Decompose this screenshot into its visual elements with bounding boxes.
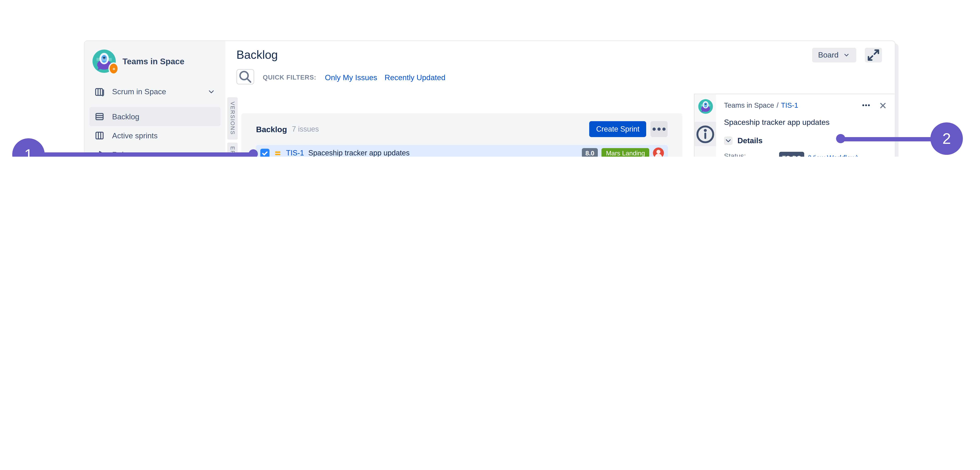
detail-more-button[interactable] [861,100,871,110]
sidebar-item-label: Backlog [112,113,139,121]
info-icon [695,124,716,145]
breadcrumb-project[interactable]: Teams in Space [724,102,774,109]
page-title: Backlog [236,48,883,62]
project-sidebar: ‹› Teams in Space Scrum in Space Backlog… [84,41,225,157]
annotation-callout-2: 2 [931,122,963,155]
project-avatar [698,99,713,114]
task-type-icon [260,149,269,157]
details-fields: Status: TO DO (View Workflow) Priority: … [724,152,887,157]
search-icon [237,68,254,85]
create-sprint-button[interactable]: Create Sprint [589,121,646,137]
tab-versions[interactable]: VERSIONS [227,97,238,140]
sprints-icon [94,130,105,141]
issue-key[interactable]: TIS-1 [286,149,304,157]
project-name: Teams in Space [123,57,185,66]
expand-icon [865,46,882,64]
view-workflow-link[interactable]: (View Workflow) [808,153,858,157]
screenshot-root: ‹› Teams in Space Scrum in Space Backlog… [0,0,980,157]
align-left-icon [695,155,716,157]
annotation-callout-1: 1 [12,138,45,157]
breadcrumb-issue-key[interactable]: TIS-1 [781,102,798,109]
expand-button[interactable] [865,48,882,62]
backlog-more-button[interactable] [651,121,668,137]
quick-filter-link[interactable]: Only My Issues [325,73,377,82]
issue-row-tis-1[interactable]: TIS-1Spaceship tracker app updates8.0Mar… [256,145,668,157]
app-window: ‹› Teams in Space Scrum in Space Backlog… [84,40,896,157]
issue-summary: Spaceship tracker app updates [308,149,410,157]
board-dropdown-button[interactable]: Board [812,48,856,62]
annotation-line-1 [43,152,251,156]
status-label: Status: [724,152,778,157]
assignee-avatar [653,148,664,157]
search-input[interactable] [236,69,254,84]
project-avatar: ‹› [92,49,116,73]
board-switcher-label: Scrum in Space [112,87,166,96]
chevron-down-icon [207,87,216,96]
issue-count: 7 issues [292,125,319,133]
estimate-badge: 8.0 [582,148,598,157]
issue-title: Spaceship tracker app updates [724,118,887,127]
issue-detail-panel: 0 0 Teams in Space / [694,94,895,157]
backlog-panel-title: Backlog [256,125,287,134]
breadcrumb: Teams in Space / TIS-1 [724,100,887,110]
annotation-line-2 [844,137,933,141]
backlog-icon [94,111,105,122]
more-icon [651,121,668,138]
close-icon[interactable] [879,102,887,110]
quick-filters-label: QUICK FILTERS: [263,73,316,81]
details-tab-button[interactable] [695,122,716,146]
backlog-header: Backlog QUICK FILTERS: Only My IssuesRec… [225,41,895,94]
project-header: ‹› Teams in Space [84,41,225,78]
annotation-dot-2 [836,134,845,143]
board-icon [94,87,105,97]
board-dropdown-label: Board [818,51,838,59]
epic-badge: Mars Landing [602,148,649,157]
quick-filter-link[interactable]: Recently Updated [385,73,445,82]
issue-list: TIS-1Spaceship tracker app updates8.0Mar… [256,145,668,157]
sidebar-item-backlog[interactable]: Backlog [89,107,221,126]
software-project-badge-icon: ‹› [108,62,119,75]
detail-icon-rail: 0 0 [695,94,716,157]
chevron-down-icon [843,51,850,59]
field-list-button[interactable] [695,154,716,157]
chevron-down-icon [724,137,733,145]
sidebar-nav: BacklogActive sprintsReleasesReportsIssu… [84,107,225,157]
priority-medium-icon [274,149,282,157]
sidebar-item-label: Active sprints [112,131,158,140]
board-switcher[interactable]: Scrum in Space [89,84,221,100]
backlog-panel: Backlog 7 issues Create Sprint TIS-1Spac… [241,113,682,157]
sidebar-item-active-sprints[interactable]: Active sprints [89,126,221,145]
status-badge: TO DO [779,152,804,157]
